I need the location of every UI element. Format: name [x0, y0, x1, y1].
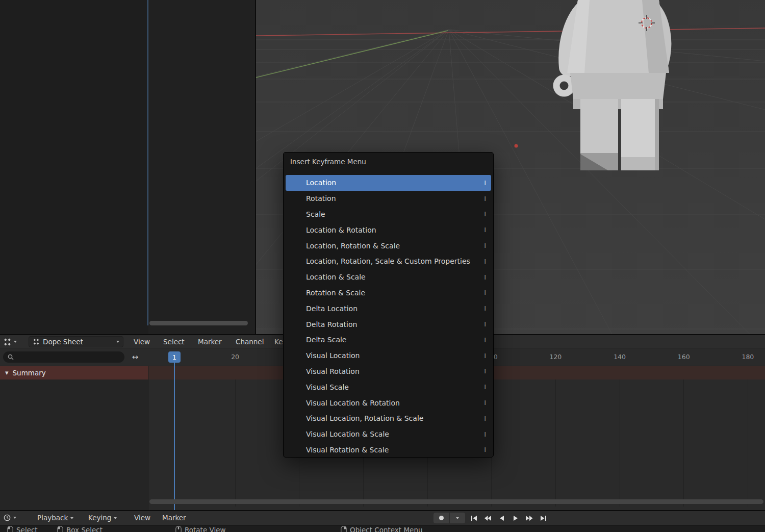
playhead[interactable]	[174, 363, 175, 510]
jump-to-previous-keyframe-button[interactable]	[481, 513, 495, 523]
play-reverse-icon	[499, 515, 505, 521]
menu-marker[interactable]: Marker	[159, 511, 189, 525]
collapse-icon[interactable]: ▼	[5, 370, 9, 375]
channel-list	[0, 379, 148, 510]
menu-item-visual-rotation[interactable]: Visual RotationI	[286, 364, 491, 379]
menu-item-visual-location-rotation-scale[interactable]: Visual Location, Rotation & ScaleI	[286, 411, 491, 426]
menu-view[interactable]: View	[131, 511, 154, 525]
menu-item-scale[interactable]: ScaleI	[286, 207, 491, 222]
menu-item-label: Location & Rotation	[306, 226, 376, 234]
popup-title: Insert Keyframe Menu	[284, 153, 493, 166]
menu-item-visual-scale[interactable]: Visual ScaleI	[286, 379, 491, 395]
menu-item-location[interactable]: LocationI	[286, 175, 491, 191]
menu-item-shortcut: I	[484, 415, 486, 422]
jump-to-next-keyframe-button[interactable]	[522, 513, 536, 523]
playback-controls	[467, 513, 550, 523]
play-button[interactable]	[508, 513, 522, 523]
summary-label: Summary	[13, 369, 46, 377]
current-frame-badge[interactable]: 1	[168, 351, 181, 363]
left-editor-main-region	[148, 0, 255, 334]
menu-item-rotation[interactable]: RotationI	[286, 191, 491, 207]
menu-keying[interactable]: Keying	[85, 511, 120, 525]
expand-channels-button[interactable]: ↔	[128, 351, 143, 363]
menu-item-shortcut: I	[484, 305, 486, 312]
object-origin-dot	[515, 144, 518, 148]
chevron-down-icon	[456, 517, 459, 519]
menu-label: Playback	[37, 511, 68, 525]
search-input[interactable]	[17, 353, 120, 362]
menu-playback[interactable]: Playback	[34, 511, 76, 525]
menu-item-location-rotation[interactable]: Location & RotationI	[286, 222, 491, 238]
jump-to-start-icon	[471, 515, 478, 521]
ruler-frame-label: 160	[678, 353, 690, 361]
chevron-down-icon	[116, 341, 119, 343]
timeline-editor-type-button[interactable]	[3, 513, 16, 523]
status-item: Rotate View	[175, 526, 226, 532]
menu-select[interactable]: Select	[160, 335, 188, 348]
keyframe-menu-list: LocationIRotationIScaleILocation & Rotat…	[284, 175, 493, 458]
dope-sheet-mode-icon	[33, 338, 40, 345]
dope-sheet-mode-dropdown[interactable]: Dope Sheet	[29, 336, 123, 347]
ruler-frame-label: 140	[614, 353, 626, 361]
blender-window: Dope Sheet ViewSelectMarkerChannelKey 20…	[0, 0, 765, 532]
menu-item-label: Visual Location & Scale	[306, 430, 389, 438]
insert-keyframe-menu: Insert Keyframe Menu LocationIRotationIS…	[283, 152, 494, 458]
menu-item-shortcut: I	[484, 320, 486, 328]
menu-item-visual-rotation-scale[interactable]: Visual Rotation & ScaleI	[286, 442, 491, 458]
menu-item-shortcut: I	[484, 226, 486, 234]
channel-search-field[interactable]	[3, 351, 124, 363]
menu-item-delta-scale[interactable]: Delta ScaleI	[286, 332, 491, 348]
left-editor-horizontal-scrollbar[interactable]	[149, 321, 248, 325]
menu-item-label: Location, Rotation, Scale & Custom Prope…	[306, 257, 470, 265]
menu-item-shortcut: I	[484, 367, 486, 375]
menu-item-shortcut: I	[484, 352, 486, 360]
chevron-down-icon	[70, 517, 73, 519]
menu-channel[interactable]: Channel	[233, 335, 267, 348]
menu-view[interactable]: View	[131, 335, 153, 348]
menu-item-location-rotation-scale[interactable]: Location, Rotation & ScaleI	[286, 238, 491, 254]
menu-item-location-scale[interactable]: Location & ScaleI	[286, 269, 491, 285]
menu-item-rotation-scale[interactable]: Rotation & ScaleI	[286, 285, 491, 301]
menu-item-location-rotation-scale-custom-properties[interactable]: Location, Rotation, Scale & Custom Prope…	[286, 254, 491, 269]
mode-dropdown-label: Dope Sheet	[43, 338, 83, 346]
jump-to-start-button[interactable]	[467, 513, 481, 523]
dope-sheet-horizontal-scrollbar[interactable]	[149, 499, 763, 504]
auto-keying-dropdown[interactable]	[450, 513, 466, 523]
menu-item-visual-location-rotation[interactable]: Visual Location & RotationI	[286, 395, 491, 411]
clock-icon	[3, 514, 11, 522]
menu-item-shortcut: I	[484, 383, 486, 391]
status-item: Select	[7, 526, 38, 532]
menu-item-label: Location, Rotation & Scale	[306, 242, 400, 250]
menu-item-visual-location[interactable]: Visual LocationI	[286, 348, 491, 364]
editor-type-button[interactable]	[3, 337, 17, 347]
chevron-down-icon	[13, 517, 16, 519]
menu-item-label: Visual Rotation & Scale	[306, 446, 389, 454]
play-icon	[513, 515, 519, 521]
menu-item-delta-location[interactable]: Delta LocationI	[286, 300, 491, 316]
menu-marker[interactable]: Marker	[195, 335, 225, 348]
menu-item-label: Delta Scale	[306, 336, 346, 344]
left-editor-playhead[interactable]	[147, 0, 148, 325]
ruler-frame-label: 20	[231, 353, 239, 361]
menu-item-label: Location	[306, 179, 336, 187]
menu-item-shortcut: I	[484, 446, 486, 453]
jump-to-end-button[interactable]	[536, 513, 550, 523]
expand-horizontal-icon: ↔	[132, 352, 139, 362]
menu-item-shortcut: I	[484, 273, 486, 281]
jump-to-end-icon	[540, 515, 547, 521]
menu-item-shortcut: I	[484, 336, 486, 344]
menu-item-delta-rotation[interactable]: Delta RotationI	[286, 316, 491, 332]
play-reverse-button[interactable]	[495, 513, 508, 523]
menu-item-label: Visual Scale	[306, 383, 349, 391]
summary-channel[interactable]: ▼ Summary	[0, 366, 148, 379]
menu-item-label: Delta Location	[306, 305, 358, 313]
status-bar: SelectBox SelectRotate ViewObject Contex…	[0, 525, 765, 532]
auto-keying-button[interactable]	[434, 513, 465, 523]
menu-item-shortcut: I	[484, 258, 486, 265]
status-item-label: Box Select	[66, 526, 103, 532]
status-item-label: Rotate View	[185, 526, 226, 532]
chevron-down-icon	[114, 517, 117, 519]
menu-item-shortcut: I	[484, 179, 486, 187]
menu-item-label: Rotation & Scale	[306, 289, 365, 297]
menu-item-visual-location-scale[interactable]: Visual Location & ScaleI	[286, 426, 491, 442]
